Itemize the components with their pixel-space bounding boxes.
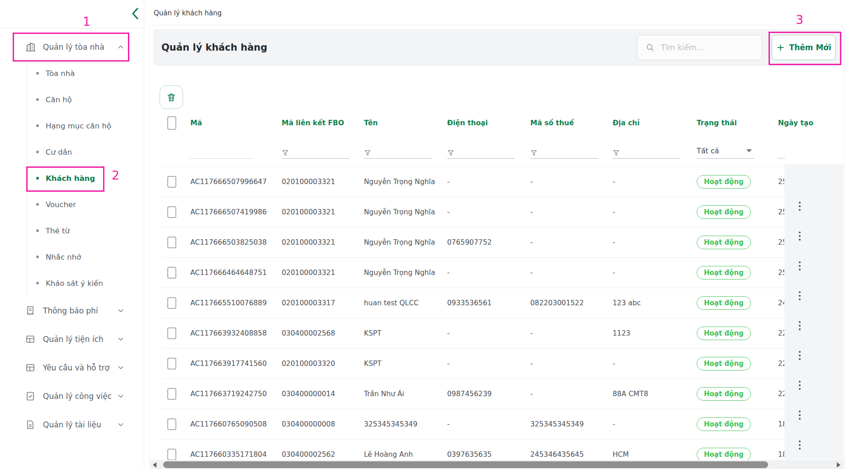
column-header-dia-chi[interactable]: Địa chỉ <box>613 119 697 127</box>
sidebar-subitem-3[interactable]: Hạng mục căn hộ <box>0 113 144 139</box>
horizontal-scrollbar[interactable] <box>151 460 844 469</box>
column-header-ma-so-thue[interactable]: Mã số thuế <box>530 119 613 127</box>
cell-fbo: 020100003321 <box>282 208 364 216</box>
cell-ten: Nguyễn Trọng Nghĩa <box>364 178 447 186</box>
row-actions-kebab-1[interactable] <box>795 199 804 213</box>
sidebar-item-2[interactable]: Thông báo phí <box>0 298 144 323</box>
row-checkbox[interactable] <box>167 449 176 460</box>
cell-mst: - <box>530 390 613 398</box>
funnel-icon <box>364 149 371 157</box>
row-checkbox[interactable] <box>167 388 176 400</box>
sidebar-subitem-8[interactable]: Nhắc nhở <box>0 244 144 270</box>
scrollbar-left-arrow[interactable] <box>153 462 156 468</box>
filter-fbo[interactable] <box>282 147 349 159</box>
cell-mst: - <box>530 360 613 368</box>
row-actions-kebab-5[interactable] <box>795 319 804 332</box>
column-header-dien-thoai[interactable]: Điện thoại <box>447 119 530 127</box>
row-actions-kebab-8[interactable] <box>795 408 804 422</box>
sidebar-top <box>0 0 144 28</box>
chevron-left-icon <box>129 6 141 21</box>
sidebar-subitem-9[interactable]: Khảo sát ý kiến <box>0 270 144 296</box>
row-actions-kebab-6[interactable] <box>795 349 804 362</box>
chevron-down-icon <box>117 421 125 429</box>
bullet-icon <box>36 151 39 153</box>
select-all-checkbox[interactable] <box>167 116 176 130</box>
sidebar-collapse-button[interactable] <box>129 6 141 21</box>
row-checkbox[interactable] <box>167 297 176 309</box>
add-new-button[interactable]: + Thêm Mới <box>772 35 836 60</box>
sidebar-item-3[interactable]: Quản lý tiện ích <box>0 326 144 352</box>
cell-mst: 082203001522 <box>530 299 613 307</box>
cell-diachi: - <box>613 208 697 216</box>
sidebar-subitem-label: Căn hộ <box>46 95 72 104</box>
cell-phone: - <box>447 208 530 216</box>
row-actions-kebab-2[interactable] <box>795 229 804 243</box>
cell-fbo: 020100003317 <box>282 299 364 307</box>
funnel-icon <box>447 149 454 157</box>
row-checkbox[interactable] <box>167 418 176 430</box>
cell-phone: 0933536561 <box>447 299 530 307</box>
row-actions-kebab-7[interactable] <box>795 379 804 392</box>
chevron-down-icon <box>117 392 125 400</box>
sidebar-subitem-2[interactable]: Căn hộ <box>0 86 144 113</box>
scrollbar-right-arrow[interactable] <box>837 462 840 468</box>
column-header-ten[interactable]: Tên <box>364 119 447 127</box>
cell-mst: 245346435645 <box>530 450 613 459</box>
sidebar-item-5[interactable]: Quản lý công việc <box>0 383 144 409</box>
cell-ma: AC117666503825038 <box>190 238 282 246</box>
cell-ten: Lê Hoàng Anh <box>364 450 447 459</box>
cell-phone: 0765907752 <box>447 238 530 246</box>
row-checkbox[interactable] <box>167 327 176 339</box>
filter-ngay-tao[interactable] <box>778 147 784 159</box>
cell-ma: AC117666507996647 <box>190 178 282 186</box>
sidebar-item-6[interactable]: Quản lý tài liệu <box>0 412 144 437</box>
row-checkbox[interactable] <box>167 358 176 370</box>
filter-ma[interactable] <box>190 147 254 159</box>
row-checkbox[interactable] <box>167 176 176 188</box>
row-checkbox[interactable] <box>167 237 176 248</box>
filter-ten[interactable] <box>364 147 432 159</box>
sidebar-subitem-4[interactable]: Cư dân <box>0 139 144 165</box>
cell-mst: - <box>530 269 613 277</box>
column-header-fbo[interactable]: Mã liên kết FBO <box>282 119 364 127</box>
cell-ma: AC117665510076889 <box>190 299 282 307</box>
row-actions-kebab-9[interactable] <box>795 438 804 452</box>
sidebar-subitem-6[interactable]: Voucher <box>0 191 144 218</box>
row-actions-kebab-3[interactable] <box>795 259 804 273</box>
sidebar-subitem-label: Tòa nhà <box>46 69 75 78</box>
status-filter-dropdown[interactable]: Tất cả <box>697 145 755 159</box>
column-header-trang-thai[interactable]: Trạng thái <box>697 119 778 127</box>
status-badge: Hoạt động <box>697 327 751 340</box>
row-actions-column <box>784 164 843 460</box>
cell-fbo: 030400002562 <box>282 450 364 459</box>
sidebar-item-label: Quản lý tòa nhà <box>43 43 104 52</box>
bullet-icon <box>36 177 39 180</box>
row-checkbox[interactable] <box>167 206 176 218</box>
status-badge: Hoạt động <box>697 236 751 249</box>
search-box[interactable] <box>637 35 762 60</box>
sidebar-subitem-7[interactable]: Thẻ từ <box>0 218 144 244</box>
sidebar-item-4[interactable]: Yêu cầu và hỗ trợ <box>0 355 144 380</box>
sidebar-subitem-label: Cư dân <box>46 148 72 156</box>
sidebar-subitem-1[interactable]: Tòa nhà <box>0 60 144 86</box>
cell-fbo: 030400000008 <box>282 420 364 428</box>
row-actions-kebab-4[interactable] <box>795 289 804 303</box>
sidebar-subitem-5[interactable]: Khách hàng <box>0 165 144 191</box>
cell-fbo: 020100003321 <box>282 178 364 186</box>
filter-ma-so-thue[interactable] <box>530 147 598 159</box>
filter-dien-thoai[interactable] <box>447 147 515 159</box>
column-header-ma[interactable]: Mã <box>190 119 282 127</box>
status-badge: Hoạt động <box>697 387 751 401</box>
row-checkbox[interactable] <box>167 267 176 279</box>
column-header-ngay-tao[interactable]: Ngày tạo <box>778 119 845 127</box>
sidebar-item-quan-ly-toa-nha[interactable]: Quản lý tòa nhà <box>0 34 144 60</box>
cell-ma: AC117666464648751 <box>190 269 282 277</box>
scrollbar-thumb[interactable] <box>163 461 768 468</box>
cell-fbo: 020100003321 <box>282 269 364 277</box>
page-title: Quản lý khách hàng <box>161 29 267 66</box>
cell-phone: - <box>447 420 530 428</box>
customer-card: Quản lý khách hàng + Thêm Mới Mã Mã li <box>149 25 844 469</box>
search-input[interactable] <box>660 43 752 52</box>
filter-dia-chi[interactable] <box>613 147 680 159</box>
delete-selected-button[interactable] <box>160 85 183 109</box>
